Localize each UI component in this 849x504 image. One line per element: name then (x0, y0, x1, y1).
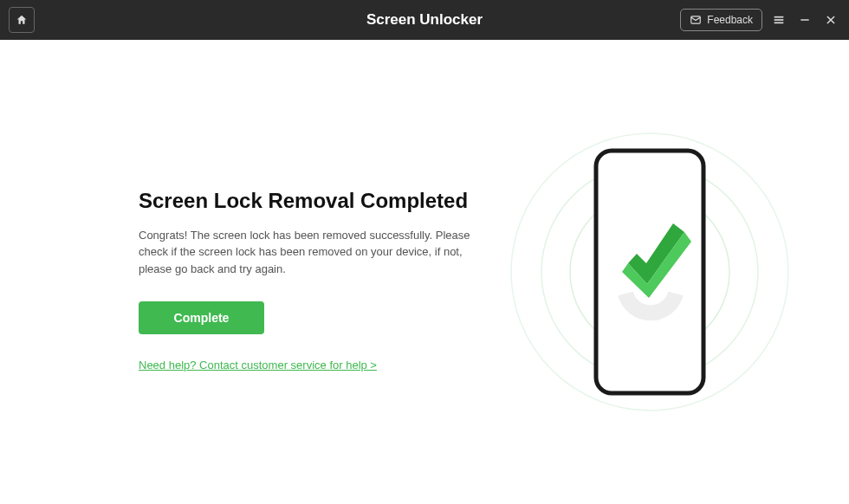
message-panel: Screen Lock Removal Completed Congrats! … (139, 171, 476, 373)
page-heading: Screen Lock Removal Completed (139, 189, 476, 213)
close-icon (825, 14, 837, 26)
titlebar: Screen Unlocker Feedback (0, 0, 849, 40)
menu-button[interactable] (769, 10, 788, 29)
feedback-label: Feedback (707, 14, 753, 26)
help-link[interactable]: Need help? Contact customer service for … (139, 359, 377, 372)
mail-icon (690, 14, 702, 26)
home-icon (16, 14, 28, 26)
close-button[interactable] (821, 10, 840, 29)
home-button[interactable] (9, 7, 35, 33)
app-title: Screen Unlocker (366, 11, 483, 29)
page-body-text: Congrats! The screen lock has been remov… (139, 227, 476, 278)
content: Screen Lock Removal Completed Congrats! … (0, 40, 849, 504)
minimize-icon (799, 14, 811, 26)
menu-icon (772, 13, 786, 27)
titlebar-controls: Feedback (680, 9, 840, 31)
illustration-panel (502, 40, 797, 504)
complete-button[interactable]: Complete (139, 301, 264, 334)
phone-success-illustration (502, 125, 797, 419)
minimize-button[interactable] (795, 10, 814, 29)
feedback-button[interactable]: Feedback (680, 9, 762, 31)
